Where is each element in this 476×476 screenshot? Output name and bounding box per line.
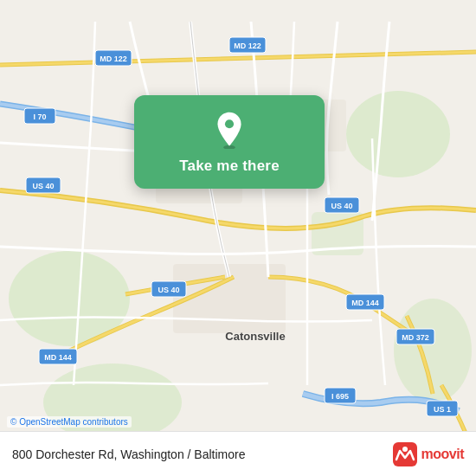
svg-text:I 695: I 695 [331,392,349,401]
map-attribution: © OpenStreetMap contributors [7,416,132,428]
svg-text:Catonsville: Catonsville [225,330,285,343]
svg-text:MD 122: MD 122 [234,42,261,50]
svg-text:US 40: US 40 [158,286,179,294]
address-label: 800 Dorchester Rd, Washington / Baltimor… [12,447,246,461]
svg-text:MD 122: MD 122 [100,55,127,63]
location-panel: Take me there [134,95,325,189]
map-container: MD 122 MD 122 I 70 US 40 US 40 US 40 MD … [0,0,476,476]
svg-point-4 [43,363,182,441]
svg-point-2 [346,91,450,177]
svg-point-38 [402,447,408,452]
location-pin-icon [210,111,248,149]
svg-text:US 1: US 1 [434,405,451,414]
attribution-text: © OpenStreetMap contributors [10,417,128,427]
svg-text:MD 144: MD 144 [351,299,379,307]
map-roads-svg: MD 122 MD 122 I 70 US 40 US 40 US 40 MD … [0,0,476,476]
svg-text:MD 372: MD 372 [402,333,429,342]
svg-text:US 40: US 40 [331,202,352,210]
svg-text:MD 144: MD 144 [44,353,72,362]
bottom-bar: 800 Dorchester Rd, Washington / Baltimor… [0,431,476,476]
svg-point-36 [225,119,234,128]
take-me-there-button[interactable]: Take me there [179,158,280,175]
svg-text:I 70: I 70 [33,113,46,121]
moovit-wordmark: moovit [421,447,464,462]
moovit-logo: moovit [393,442,464,466]
svg-text:US 40: US 40 [32,182,54,190]
moovit-icon [393,442,417,466]
svg-rect-37 [393,442,417,466]
